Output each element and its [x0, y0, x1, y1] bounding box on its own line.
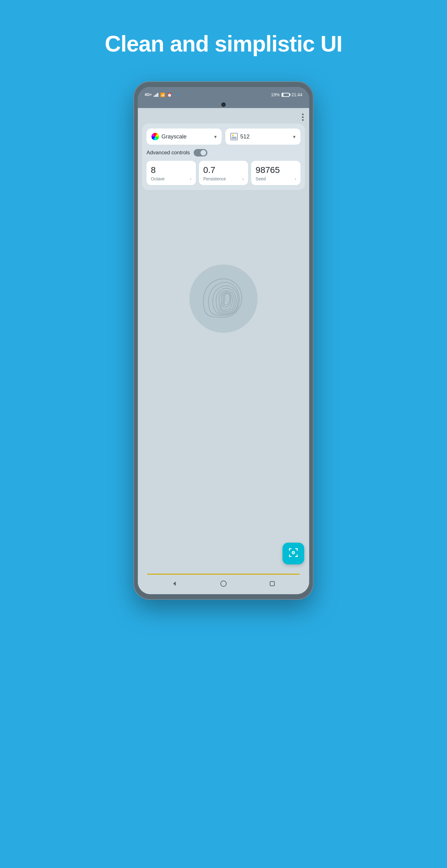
advanced-controls-toggle[interactable]	[194, 149, 207, 156]
svg-marker-10	[173, 582, 176, 586]
scan-icon	[288, 547, 299, 560]
advanced-controls-row: Advanced controls	[147, 149, 300, 156]
battery-percent: 19%	[271, 92, 280, 97]
noise-contours-svg	[192, 268, 255, 330]
dropdown-row: Grayscale ▾ 512 ▾	[147, 128, 300, 145]
back-button[interactable]	[169, 578, 180, 589]
size-dropdown[interactable]: 512 ▾	[225, 128, 300, 145]
network-label: 4G+	[145, 93, 152, 97]
svg-rect-3	[297, 548, 298, 551]
chevron-down-icon: ▾	[214, 134, 217, 140]
seed-value: 98765	[255, 165, 296, 175]
camera-dot	[221, 102, 226, 107]
page-title: Clean and simplistic UI	[105, 31, 342, 57]
alarm-icon: ⏰	[167, 93, 172, 97]
home-button[interactable]	[218, 578, 229, 589]
size-dropdown-label: 512	[240, 133, 250, 140]
octave-chevron-icon: ›	[190, 176, 192, 181]
status-left: 4G+ 📶 ⏰ 🔹	[145, 93, 179, 97]
noise-visualization	[186, 261, 261, 336]
persistence-value: 0.7	[203, 165, 244, 175]
color-wheel-icon	[152, 133, 159, 140]
status-bar: 4G+ 📶 ⏰ 🔹 19% 21:44	[138, 87, 309, 102]
params-row: 8 Octave › 0.7 Persistence ›	[147, 161, 300, 185]
advanced-controls-label: Advanced controls	[147, 150, 190, 156]
phone-frame: 4G+ 📶 ⏰ 🔹 19% 21:44	[133, 81, 314, 600]
octave-label-row: Octave ›	[151, 176, 192, 181]
bluetooth-icon: 🔹	[174, 93, 179, 97]
persistence-label: Persistence	[203, 176, 226, 181]
recents-button[interactable]	[267, 578, 278, 589]
image-icon	[230, 133, 238, 140]
chevron-down-icon-2: ▾	[293, 134, 295, 140]
seed-param-card[interactable]: 98765 Seed ›	[251, 161, 300, 185]
svg-point-9	[293, 552, 294, 553]
status-right: 19% 21:44	[271, 92, 302, 97]
time-display: 21:44	[291, 92, 302, 97]
scan-fab-button[interactable]	[283, 542, 304, 564]
color-dropdown-label: Grayscale	[161, 133, 187, 140]
color-dropdown[interactable]: Grayscale ▾	[147, 128, 222, 145]
app-content: Grayscale ▾ 512 ▾ Advanced controls	[138, 108, 309, 574]
nav-buttons	[138, 578, 309, 589]
octave-value: 8	[151, 165, 192, 175]
svg-rect-12	[270, 582, 275, 586]
more-vertical-icon[interactable]	[301, 113, 305, 122]
seed-chevron-icon: ›	[295, 176, 296, 181]
wifi-icon: 📶	[160, 93, 165, 97]
svg-rect-5	[289, 554, 290, 557]
signal-bars-icon	[154, 93, 158, 97]
persistence-param-card[interactable]: 0.7 Persistence ›	[199, 161, 248, 185]
visual-area	[142, 190, 305, 407]
nav-bar	[138, 574, 309, 594]
octave-param-card[interactable]: 8 Octave ›	[147, 161, 196, 185]
svg-rect-7	[297, 554, 298, 557]
svg-point-11	[221, 581, 226, 586]
camera-notch	[138, 102, 309, 108]
seed-label-row: Seed ›	[255, 176, 296, 181]
phone-inner: 4G+ 📶 ⏰ 🔹 19% 21:44	[138, 87, 309, 594]
octave-label: Octave	[151, 176, 164, 181]
svg-rect-1	[289, 548, 290, 551]
seed-label: Seed	[255, 176, 266, 181]
controls-panel: Grayscale ▾ 512 ▾ Advanced controls	[142, 124, 305, 190]
persistence-label-row: Persistence ›	[203, 176, 244, 181]
persistence-chevron-icon: ›	[243, 176, 244, 181]
battery-icon	[282, 93, 290, 97]
